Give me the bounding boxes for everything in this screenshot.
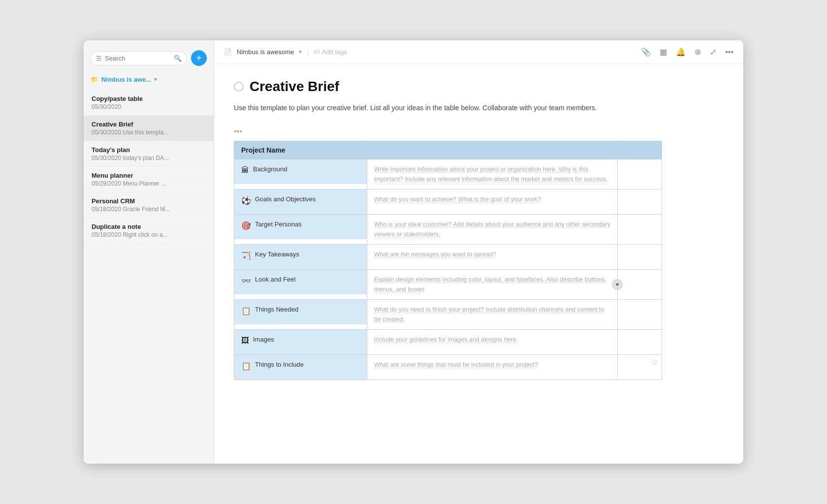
- sidebar-item-4[interactable]: Personal CRM 05/18/2020 Gracie Friend M.…: [84, 192, 214, 218]
- search-bar[interactable]: ☰ 🔍: [91, 51, 187, 65]
- creative-brief-table-wrap: Project Name 🏛 Background Writ: [234, 141, 724, 380]
- row-content-text-6: Include your guidelines for images and d…: [374, 336, 518, 343]
- sidebar-top: ☰ 🔍 +: [84, 50, 214, 74]
- row-label-text-7: Things to Include: [255, 361, 304, 368]
- row-content-cell-5[interactable]: What do you need to finish your project?…: [367, 300, 617, 330]
- workspace-chevron-icon: ▾: [154, 76, 157, 83]
- sidebar-item-5[interactable]: Duplicate a note 05/18/2020 Right click …: [84, 218, 214, 244]
- filter-icon: ☰: [96, 55, 102, 62]
- table-row-4: 👓 Look and Feel Explain design elements …: [234, 270, 662, 300]
- add-button[interactable]: +: [191, 50, 207, 66]
- sidebar-item-title-3: Menu planner: [92, 172, 206, 179]
- sidebar-item-title-2: Today's plan: [92, 146, 206, 154]
- workspace-name: Nimbus is awe...: [101, 76, 151, 83]
- row-icon-6: 🖼: [241, 336, 249, 345]
- table-row-3: 🏹 Key Takeaways What are the messages yo…: [234, 245, 662, 270]
- row-extra-cell-4: [618, 270, 662, 300]
- row-content-text-4: Explain design elements including color,…: [374, 276, 607, 293]
- row-content-2: Who is your ideal customer? Add details …: [367, 215, 617, 244]
- breadcrumb-name: Nimbus is awesome: [237, 48, 294, 56]
- row-icon-2: 🎯: [241, 221, 251, 230]
- search-input[interactable]: [105, 55, 171, 62]
- row-extra-cell-1: [618, 189, 662, 215]
- top-bar: 📄 Nimbus is awesome ▾ | 🏷 Add tags 📎 ▦ 🔔…: [214, 40, 743, 64]
- search-icon: 🔍: [174, 55, 182, 62]
- bell-icon[interactable]: 🔔: [676, 47, 686, 57]
- row-content-7: What are some things that must be includ…: [367, 355, 617, 375]
- sidebar: ☰ 🔍 + 📁 Nimbus is awe... ▾ Copy/paste ta…: [84, 40, 214, 464]
- scroll-down-button[interactable]: ▾: [612, 279, 623, 290]
- table-row-6: 🖼 Images Include your guidelines for ima…: [234, 330, 662, 355]
- row-label-3: 🏹 Key Takeaways: [234, 245, 367, 269]
- grid-icon[interactable]: ▦: [660, 47, 667, 57]
- sidebar-item-title-4: Personal CRM: [92, 197, 206, 205]
- breadcrumb-folder-icon: 📄: [224, 48, 232, 56]
- row-content-cell-6[interactable]: Include your guidelines for images and d…: [367, 330, 617, 355]
- row-content-text-1: What do you want to achieve? What is the…: [374, 196, 541, 203]
- top-bar-right: 📎 ▦ 🔔 ⊕ ⤢ •••: [641, 47, 733, 57]
- row-label-cell-6: 🖼 Images: [234, 330, 367, 355]
- doc-status-button[interactable]: [234, 82, 244, 92]
- row-content-text-5: What do you need to finish your project?…: [374, 306, 604, 323]
- workspace-folder-icon: 📁: [91, 76, 98, 83]
- row-label-text-6: Images: [253, 336, 274, 343]
- expand-icon[interactable]: ⤢: [710, 47, 716, 57]
- row-label-cell-7: 📋 Things to Include: [234, 355, 367, 380]
- workspace-header[interactable]: 📁 Nimbus is awe... ▾: [84, 74, 214, 90]
- sidebar-item-sub-1: 05/30/2020 Use this templa...: [92, 129, 206, 136]
- row-content-cell-4[interactable]: Explain design elements including color,…: [367, 270, 617, 300]
- row-label-text-2: Target Personas: [255, 220, 302, 228]
- row-label-1: ⚽ Goals and Objectives: [234, 189, 367, 214]
- row-extra-cell-6: [618, 330, 662, 355]
- row-label-text-4: Look and Feel: [255, 276, 295, 283]
- row-label-text-3: Key Takeaways: [255, 251, 299, 258]
- row-label-text-0: Background: [253, 165, 287, 173]
- row-label-cell-1: ⚽ Goals and Objectives: [234, 189, 367, 215]
- sidebar-item-sub-0: 05/30/2020: [92, 103, 206, 110]
- row-content-6: Include your guidelines for images and d…: [367, 330, 617, 349]
- row-label-cell-0: 🏛 Background: [234, 159, 367, 189]
- share-icon[interactable]: ⊕: [695, 47, 701, 57]
- row-content-cell-1[interactable]: What do you want to achieve? What is the…: [367, 189, 617, 215]
- row-content-5: What do you need to finish your project?…: [367, 300, 617, 329]
- smiley-icon[interactable]: ☺: [651, 358, 659, 367]
- table-header-col3: [618, 141, 662, 159]
- more-icon[interactable]: •••: [725, 48, 733, 57]
- row-content-cell-7[interactable]: What are some things that must be includ…: [367, 355, 617, 380]
- row-content-cell-2[interactable]: Who is your ideal customer? Add details …: [367, 215, 617, 245]
- row-label-6: 🖼 Images: [234, 330, 367, 354]
- table-row-5: 📋 Things Needed What do you need to fini…: [234, 300, 662, 330]
- row-label-0: 🏛 Background: [234, 159, 367, 184]
- sidebar-item-title-1: Creative Brief: [92, 121, 206, 128]
- row-content-cell-0[interactable]: Write important information about your p…: [367, 159, 617, 189]
- sidebar-item-1[interactable]: Creative Brief 05/30/2020 Use this templ…: [84, 116, 214, 141]
- row-icon-5: 📋: [241, 306, 251, 315]
- table-header-col2: [367, 141, 617, 159]
- row-label-cell-4: 👓 Look and Feel: [234, 270, 367, 300]
- sidebar-items: Copy/paste table 05/30/2020 Creative Bri…: [84, 90, 214, 464]
- row-content-cell-3[interactable]: What are the messages you want to spread…: [367, 245, 617, 270]
- doc-title: Creative Brief: [250, 79, 339, 94]
- row-content-0: Write important information about your p…: [367, 159, 617, 189]
- row-icon-7: 📋: [241, 361, 251, 371]
- row-label-5: 📋 Things Needed: [234, 300, 367, 324]
- sidebar-item-2[interactable]: Today's plan 05/30/2020 today's plan DA.…: [84, 141, 214, 167]
- row-icon-3: 🏹: [241, 251, 251, 260]
- doc-description: Use this template to plan your creative …: [234, 102, 677, 113]
- attachment-icon[interactable]: 📎: [641, 47, 651, 57]
- sidebar-item-sub-3: 05/29/2020 Menu Planner ...: [92, 180, 206, 187]
- breadcrumb-dropdown-icon[interactable]: ▾: [299, 49, 302, 55]
- row-label-2: 🎯 Target Personas: [234, 215, 367, 239]
- more-options-button[interactable]: •••: [234, 127, 724, 136]
- row-content-text-2: Who is your ideal customer? Add details …: [374, 221, 610, 238]
- sidebar-item-3[interactable]: Menu planner 05/29/2020 Menu Planner ...: [84, 167, 214, 192]
- row-label-7: 📋 Things to Include: [234, 355, 367, 379]
- table-header-col1: Project Name: [234, 141, 367, 159]
- row-content-text-3: What are the messages you want to spread…: [374, 251, 496, 258]
- row-label-cell-5: 📋 Things Needed: [234, 300, 367, 330]
- row-extra-cell-2: [618, 215, 662, 245]
- row-extra-cell-0: [618, 159, 662, 189]
- add-tag-button[interactable]: 🏷 Add tags: [314, 48, 347, 56]
- row-content-4: Explain design elements including color,…: [367, 270, 617, 299]
- sidebar-item-0[interactable]: Copy/paste table 05/30/2020: [84, 90, 214, 116]
